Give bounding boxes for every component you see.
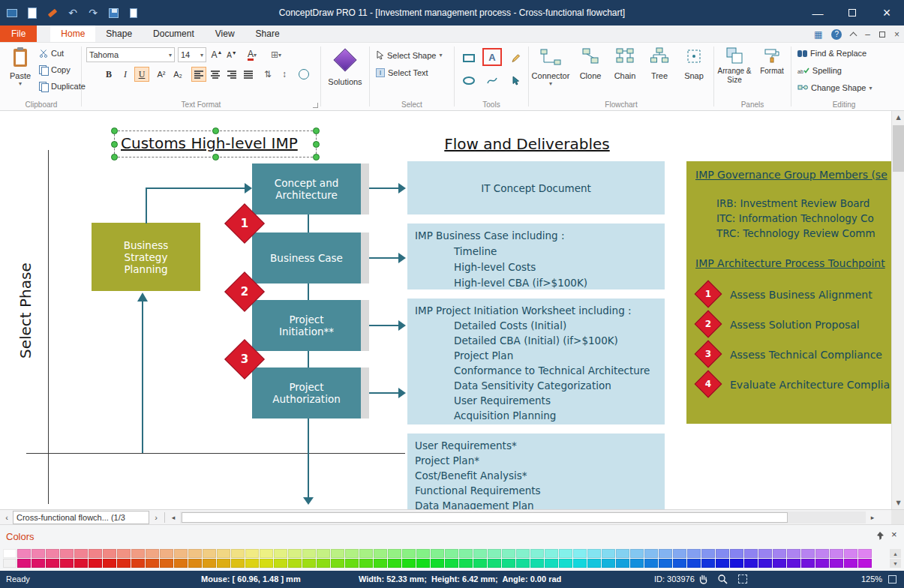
align-right-button[interactable] (224, 67, 239, 82)
hscroll-right-icon[interactable]: ▸ (867, 512, 878, 524)
tab-home[interactable]: Home (50, 26, 95, 42)
color-swatch[interactable] (801, 549, 815, 558)
color-swatch[interactable] (17, 559, 31, 568)
color-swatch[interactable] (602, 549, 615, 558)
connector-line[interactable] (369, 392, 399, 394)
arrange-size-button[interactable]: Arrange & Size (716, 47, 753, 85)
phase-box-concept[interactable]: Concept and Architecture (252, 164, 361, 214)
color-swatch[interactable] (602, 559, 615, 568)
pan-hand-icon[interactable] (698, 574, 709, 586)
next-page-icon[interactable]: › (151, 512, 161, 524)
color-swatch[interactable] (431, 559, 444, 568)
color-swatch[interactable] (274, 549, 287, 558)
phase-axis-label[interactable]: Select Phase (17, 262, 35, 358)
color-swatch[interactable] (787, 549, 800, 558)
selection-handle[interactable] (111, 141, 118, 148)
spelling-button[interactable]: ab Spelling (797, 66, 842, 75)
close-button[interactable]: × (869, 0, 904, 26)
minimize-button[interactable]: — (800, 0, 835, 26)
color-swatch[interactable] (345, 559, 359, 568)
zoom-options-icon[interactable] (888, 575, 896, 584)
flow-heading[interactable]: Flow and Deliverables (420, 135, 634, 153)
palette-scroll-up-icon[interactable]: ▲ (890, 549, 901, 558)
color-swatch[interactable] (673, 559, 686, 568)
connector-line[interactable] (146, 188, 147, 224)
scroll-up-icon[interactable]: ▲ (892, 111, 904, 124)
color-swatch[interactable] (573, 549, 587, 558)
color-swatch[interactable] (103, 559, 116, 568)
color-swatch[interactable] (260, 549, 273, 558)
color-swatch[interactable] (815, 559, 829, 568)
color-swatch[interactable] (260, 559, 273, 568)
copy-button[interactable]: Copy (39, 65, 71, 74)
color-swatch[interactable] (402, 559, 416, 568)
borders-button[interactable]: ⊞▾ (266, 47, 286, 62)
drawing-canvas[interactable]: Select Phase Customs High-level IMP Flow… (0, 111, 904, 509)
app-logo-icon[interactable] (5, 5, 20, 20)
zoom-level[interactable]: 125% (861, 574, 882, 584)
color-swatch[interactable] (559, 549, 572, 558)
change-shape-button[interactable]: Change Shape ▾ (797, 83, 872, 92)
horizontal-scrollbar[interactable] (180, 512, 866, 524)
color-swatch[interactable] (174, 559, 188, 568)
doc-close-icon[interactable]: × (894, 29, 899, 40)
vertical-scrollbar[interactable]: ▲ ▼ (891, 111, 904, 509)
save-icon[interactable] (106, 5, 121, 20)
tab-share[interactable]: Share (245, 26, 290, 42)
horizontal-scrollbar-thumb[interactable] (182, 512, 788, 523)
color-swatch[interactable] (730, 549, 743, 558)
color-swatch[interactable] (716, 549, 729, 558)
color-swatch[interactable] (32, 549, 45, 558)
color-swatch[interactable] (60, 559, 74, 568)
cut-button[interactable]: Cut (39, 49, 64, 58)
color-swatch[interactable] (188, 559, 202, 568)
superscript-button[interactable]: A² (154, 67, 169, 82)
chain-button[interactable]: Chain (608, 47, 641, 80)
color-swatch[interactable] (616, 549, 629, 558)
bold-button[interactable]: B (101, 67, 116, 82)
deliverable-box-concept[interactable]: IT Concept Document (407, 161, 665, 214)
prev-page-icon[interactable]: ‹ (2, 512, 12, 524)
panel-grid-icon[interactable]: ▦ (814, 29, 822, 40)
deliverable-box-business-case[interactable]: IMP Business Case including : Timeline H… (407, 224, 665, 290)
phase-box-project-initiation[interactable]: Project Initiation** (252, 300, 361, 351)
color-swatch[interactable] (89, 549, 102, 558)
underline-button[interactable]: U (134, 67, 149, 82)
color-swatch[interactable] (388, 559, 401, 568)
color-swatch[interactable] (317, 549, 330, 558)
color-swatch[interactable] (445, 549, 458, 558)
color-swatch[interactable] (245, 549, 259, 558)
color-swatch[interactable] (331, 549, 344, 558)
selection-handle[interactable] (111, 154, 118, 160)
color-swatch[interactable] (160, 549, 173, 558)
duplicate-button[interactable]: Duplicate (39, 82, 86, 91)
undo-icon[interactable]: ↶ (65, 5, 80, 20)
color-swatch[interactable] (616, 559, 629, 568)
color-swatch[interactable] (844, 559, 857, 568)
font-size-combo[interactable]: 14▾ (178, 47, 206, 62)
subscript-button[interactable]: A₂ (170, 67, 185, 82)
color-swatch[interactable] (203, 559, 216, 568)
color-swatch[interactable] (388, 549, 401, 558)
color-swatch[interactable] (488, 559, 501, 568)
color-swatch[interactable] (701, 559, 715, 568)
collapse-ribbon-icon[interactable] (851, 31, 856, 38)
connector-line[interactable] (369, 257, 399, 259)
text-orientation-button[interactable] (296, 67, 311, 82)
doc-restore-icon[interactable] (879, 32, 885, 38)
color-swatch[interactable] (174, 549, 188, 558)
color-swatch[interactable] (787, 559, 800, 568)
palette-scroll-down-icon[interactable]: ▼ (890, 559, 901, 568)
find-replace-button[interactable]: Find & Replace (797, 49, 866, 58)
color-swatch[interactable] (502, 549, 515, 558)
align-center-button[interactable] (208, 67, 223, 82)
vertical-scrollbar-thumb[interactable] (893, 125, 904, 172)
selection-handle[interactable] (212, 154, 219, 160)
tab-shape[interactable]: Shape (95, 26, 143, 42)
vertical-align-button[interactable]: ⇅ (260, 67, 275, 82)
color-swatch[interactable] (416, 559, 430, 568)
solutions-button[interactable]: Solutions (321, 47, 369, 86)
font-name-combo[interactable]: Tahoma▾ (86, 47, 175, 62)
color-swatch[interactable] (46, 559, 59, 568)
color-swatch[interactable] (146, 559, 159, 568)
